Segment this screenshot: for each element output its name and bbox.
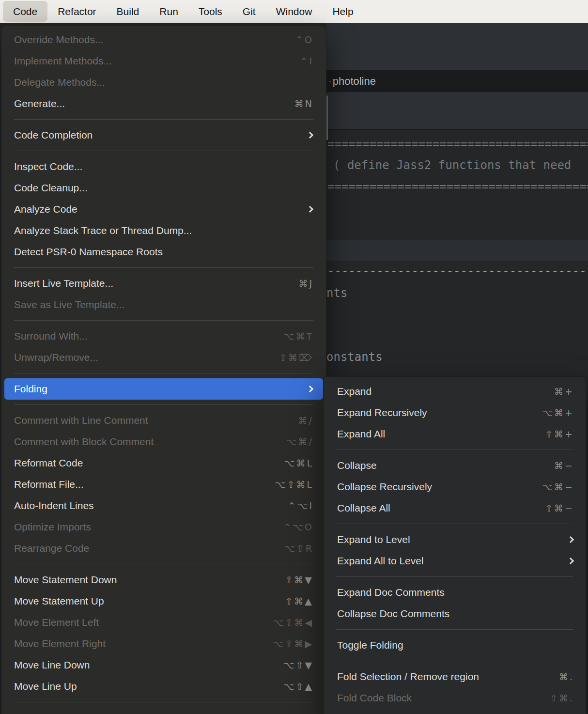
menu-item-expand-doc-comments[interactable]: Expand Doc Comments <box>324 582 586 603</box>
submenu-arrow-icon <box>307 132 313 139</box>
menu-separator <box>324 519 586 529</box>
menu-item-inspect-code[interactable]: Inspect Code... <box>1 156 326 177</box>
menu-item-comment-with-block-comment: Comment with Block Comment⌥⌘/ <box>1 431 326 452</box>
shortcut-hint: ⌥⌘T <box>283 331 313 341</box>
menu-item-code-completion[interactable]: Code Completion <box>1 124 326 146</box>
menu-item-reformat-code[interactable]: Reformat Code⌥⌘L <box>1 452 326 474</box>
shortcut-hint: ⌥⇧⌘▶ <box>273 638 313 649</box>
menubar-item-help[interactable]: Help <box>322 1 363 22</box>
shortcut-hint: ⌘. <box>559 671 574 682</box>
shortcut-hint: ⌥⇧R <box>284 543 313 554</box>
shortcut-hint: ⌥⇧▼ <box>284 660 313 670</box>
menu-item-label: Move Line Down <box>14 659 284 671</box>
menu-item-label: Collapse Recursively <box>337 481 542 493</box>
menu-item-auto-indent-lines[interactable]: Auto-Indent Lines⌃⌥I <box>1 495 326 516</box>
menu-separator <box>1 400 326 410</box>
menu-item-label: Reformat Code <box>14 457 284 469</box>
menubar-item-build[interactable]: Build <box>107 1 150 22</box>
menu-item-label: Delegate Methods... <box>14 77 313 88</box>
menu-item-label: Fold Selection / Remove region <box>337 671 559 683</box>
code-comment-divider: ========================================… <box>327 176 588 197</box>
menu-item-expand-to-level[interactable]: Expand to Level <box>324 529 586 550</box>
menu-separator <box>324 656 586 666</box>
menu-item-move-statement-up[interactable]: Move Statement Up⇧⌘▲ <box>1 590 326 612</box>
menu-item-label: Expand All <box>337 428 545 440</box>
menu-item-detect-psr-0-namespace-roots[interactable]: Detect PSR-0 Namespace Roots <box>1 241 326 263</box>
menu-item-code-cleanup[interactable]: Code Cleanup... <box>1 177 326 199</box>
menu-item-label: Reformat File... <box>14 479 275 490</box>
menu-item-reformat-file[interactable]: Reformat File...⌥⇧⌘L <box>1 474 326 495</box>
menu-item-folding[interactable]: Folding <box>4 378 323 400</box>
menu-item-expand[interactable]: Expand⌘+ <box>324 381 586 402</box>
menu-item-unwrap-remove: Unwrap/Remove...⇧⌘⌦ <box>1 347 326 368</box>
menu-item-expand-recursively[interactable]: Expand Recursively⌥⌘+ <box>324 402 586 423</box>
menu-item-label: Move Element Right <box>14 638 273 650</box>
editor-header-band <box>326 23 588 70</box>
menu-item-collapse-recursively[interactable]: Collapse Recursively⌥⌘− <box>324 476 586 497</box>
shortcut-hint: ⌘/ <box>298 415 313 426</box>
menu-item-label: Move Element Left <box>14 617 273 628</box>
menu-item-move-element-left: Move Element Left⌥⇧⌘◀ <box>1 612 326 633</box>
menu-item-fold-code-block: Fold Code Block⇧⌘. <box>324 687 586 709</box>
menu-item-collapse-all[interactable]: Collapse All⇧⌘− <box>324 497 586 519</box>
code-dashed-divider: ----------------------------------------… <box>327 261 588 282</box>
menu-item-analyze-code[interactable]: Analyze Code <box>1 199 326 220</box>
menu-item-label: Expand to Level <box>337 534 561 545</box>
menu-item-label: Folding <box>14 383 301 395</box>
shortcut-hint: ⇧⌘+ <box>545 429 574 439</box>
shortcut-hint: ⌘+ <box>554 386 574 397</box>
shortcut-hint: ⌘− <box>554 460 574 471</box>
menu-item-toggle-folding[interactable]: Toggle Folding <box>324 635 586 656</box>
menu-item-label: Comment with Block Comment <box>14 436 286 448</box>
menu-item-implement-methods: Implement Methods...⌃I <box>1 50 326 72</box>
menu-separator <box>1 559 326 569</box>
submenu-arrow-icon <box>307 386 313 392</box>
menu-item-label: Move Line Up <box>14 681 284 692</box>
menu-item-label: Analyze Code <box>14 203 301 215</box>
menu-item-move-statement-down[interactable]: Move Statement Down⇧⌘▼ <box>1 569 326 590</box>
submenu-arrow-icon <box>307 206 313 213</box>
menu-item-analyze-stack-trace-or-thread-dump[interactable]: Analyze Stack Trace or Thread Dump... <box>1 220 326 241</box>
menu-item-insert-live-template[interactable]: Insert Live Template...⌘J <box>1 273 326 294</box>
shortcut-hint: ⌘J <box>298 278 313 289</box>
shortcut-hint: ⌥⌘L <box>284 458 313 468</box>
shortcut-hint: ⌥⌘+ <box>542 407 574 418</box>
menubar-item-code[interactable]: Code <box>3 1 47 22</box>
menu-item-label: Expand All to Level <box>337 555 561 567</box>
code-fragment: nts <box>326 282 347 304</box>
menu-item-collapse[interactable]: Collapse⌘− <box>324 455 586 476</box>
shortcut-hint: ⌃O <box>295 34 313 45</box>
menu-item-label: Move Statement Up <box>14 595 285 607</box>
menu-item-fold-selection-remove-region[interactable]: Fold Selection / Remove region⌘. <box>324 666 586 687</box>
menubar: CodeRefactorBuildRunToolsGitWindowHelp <box>0 0 588 23</box>
menu-item-label: Unwrap/Remove... <box>14 352 279 363</box>
menu-item-label: Detect PSR-0 Namespace Roots <box>14 246 313 258</box>
editor-tab-row[interactable]: · photoline <box>326 70 588 92</box>
menu-item-label: Implement Methods... <box>14 55 300 67</box>
menubar-item-tools[interactable]: Tools <box>188 1 232 22</box>
shortcut-hint: ⇧⌘▼ <box>285 574 313 585</box>
menubar-item-git[interactable]: Git <box>232 1 266 22</box>
menu-item-label: Rearrange Code <box>14 543 284 554</box>
menubar-item-run[interactable]: Run <box>149 1 188 22</box>
menu-item-expand-all-to-level[interactable]: Expand All to Level <box>324 550 586 572</box>
menu-separator <box>324 624 586 635</box>
menu-item-override-methods: Override Methods...⌃O <box>1 29 326 50</box>
menu-item-label: Override Methods... <box>14 34 295 46</box>
menu-item-label: Code Cleanup... <box>14 182 313 194</box>
menubar-item-window[interactable]: Window <box>266 1 323 22</box>
menu-item-label: Expand <box>337 386 554 397</box>
menu-item-move-line-down[interactable]: Move Line Down⌥⇧▼ <box>1 654 326 676</box>
menu-item-generate[interactable]: Generate...⌘N <box>1 93 326 114</box>
menu-item-expand-all[interactable]: Expand All⇧⌘+ <box>324 423 586 445</box>
menu-item-comment-with-line-comment: Comment with Line Comment⌘/ <box>1 410 326 431</box>
menu-item-move-line-up[interactable]: Move Line Up⌥⇧▲ <box>1 676 326 697</box>
menu-item-collapse-doc-comments[interactable]: Collapse Doc Comments <box>324 603 586 624</box>
shortcut-hint: ⌥⇧▲ <box>284 681 313 692</box>
code-comment-divider: ========================================… <box>327 133 588 155</box>
menu-item-label: Optimize Imports <box>14 521 283 533</box>
tab-modified-dot-icon: · <box>328 76 332 87</box>
menu-item-label: Auto-Indent Lines <box>14 500 288 512</box>
folding-submenu-panel: Expand⌘+Expand Recursively⌥⌘+Expand All⇧… <box>323 376 586 714</box>
menubar-item-refactor[interactable]: Refactor <box>47 1 106 22</box>
